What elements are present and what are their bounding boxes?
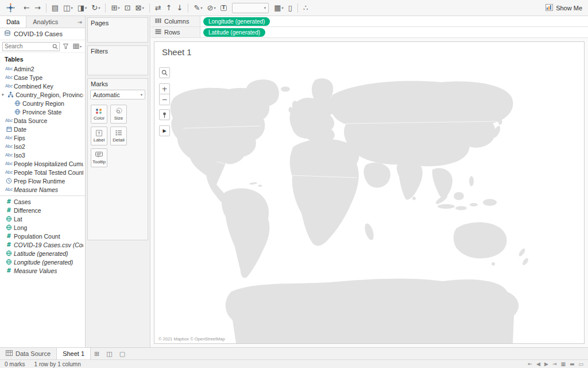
presentation-mode-icon[interactable]: ▯ [286, 2, 295, 14]
filters-shelf[interactable]: Filters [87, 45, 148, 75]
pill-longitude-generated[interactable]: Longitude (generated) [203, 17, 270, 26]
sheet-tabs-bar: Data Source Sheet 1 ⊞◫▢ [0, 347, 588, 359]
previous-sheet-icon[interactable]: ◀ [536, 361, 540, 367]
field-measure-names[interactable]: AbcMeasure Names [0, 185, 85, 194]
hash-icon: # [4, 198, 14, 205]
map-tools-expand-button[interactable]: ▶ [159, 125, 170, 136]
field-fips[interactable]: AbcFips [0, 133, 85, 142]
field-admin2[interactable]: AbcAdmin2 [0, 64, 85, 73]
field-combined-key[interactable]: AbcCombined Key [0, 82, 85, 90]
new-worksheet-button[interactable]: ⊞ [91, 348, 103, 359]
field-country-region[interactable]: Country Region [0, 99, 85, 108]
tab-analytics[interactable]: Analytics [26, 16, 64, 28]
color-icon [96, 108, 102, 114]
new-tab-buttons: ⊞◫▢ [91, 348, 129, 359]
last-sheet-icon[interactable]: ⇥ [552, 361, 557, 367]
fit-select[interactable]: ▾ [232, 3, 269, 13]
field-difference[interactable]: #Difference [0, 206, 85, 214]
new-dashboard-button[interactable]: ◫ [103, 348, 115, 359]
sheet-sorter-icon[interactable]: ▦ [560, 361, 566, 367]
clear-sheet-icon[interactable]: ⊠▾ [133, 2, 146, 14]
detail-button[interactable]: Detail [110, 126, 127, 145]
field-label: Measure Names [14, 186, 58, 193]
datasource-item[interactable]: COVID-19 Cases [0, 28, 85, 40]
pause-auto-updates-icon[interactable]: ◨▾ [75, 2, 90, 14]
mark-type-select[interactable]: Automatic ▾ [90, 90, 145, 99]
zoom-in-button[interactable]: + [159, 83, 170, 94]
rows-shelf-label: Rows [151, 27, 200, 37]
field-case-type[interactable]: AbcCase Type [0, 73, 85, 82]
field-longitude-generated[interactable]: Longitude (generated) [0, 258, 85, 266]
show-me-button[interactable]: Show Me [546, 4, 583, 12]
field-covid-19-cases-csv-cou[interactable]: #COVID-19 Cases.csv (Cou... [0, 240, 85, 249]
tooltip-button[interactable]: Tooltip [91, 148, 107, 167]
sort-descending-icon[interactable]: ↓ [174, 2, 185, 14]
field-date[interactable]: Date [0, 125, 85, 133]
view-options-icon[interactable]: ▾ [72, 43, 83, 49]
tab-sheet1[interactable]: Sheet 1 [56, 348, 91, 359]
pill-latitude-generated[interactable]: Latitude (generated) [203, 28, 265, 37]
field-data-source[interactable]: AbcData Source [0, 116, 85, 125]
expand-caret-icon[interactable]: ▾ [2, 93, 6, 97]
abc-icon: Abc [4, 75, 14, 80]
color-button[interactable]: Color [91, 105, 107, 124]
field-prep-flow-runtime[interactable]: Prep Flow Runtime [0, 177, 85, 185]
label-button[interactable]: TLabel [91, 126, 107, 145]
duplicate-sheet-icon[interactable]: ⊡ [122, 2, 133, 14]
swap-rows-columns-icon[interactable]: ⇄ [153, 2, 164, 14]
highlight-icon[interactable]: ✎▾ [191, 2, 204, 14]
field-latitude-generated[interactable]: Latitude (generated) [0, 249, 85, 258]
run-update-icon[interactable]: ↻▾ [89, 2, 102, 14]
map-search-button[interactable] [159, 67, 170, 78]
group-members-icon[interactable]: ⊘▾ [205, 2, 218, 14]
redo-icon[interactable]: → [32, 2, 43, 14]
show-tabs-icon[interactable]: ▭ [578, 361, 583, 367]
field-label: Difference [14, 207, 41, 214]
filter-fields-icon[interactable] [61, 43, 70, 49]
zoom-home-pin-button[interactable] [159, 109, 170, 120]
field-province-state[interactable]: Province State [0, 108, 85, 116]
tab-data[interactable]: Data [0, 16, 26, 28]
next-sheet-icon[interactable]: ▶ [544, 361, 548, 367]
field-label: Case Type [14, 74, 42, 81]
abc-icon: Abc [4, 152, 14, 158]
field-people-total-tested-count[interactable]: AbcPeople Total Tested Count [0, 168, 85, 177]
size-button[interactable]: Size [110, 105, 127, 124]
rows-shelf-row: Rows Latitude (generated) [151, 27, 588, 38]
map-view[interactable]: + − ▶ © 2021 Mapbox © OpenStreetMap [154, 63, 584, 343]
abc-icon: Abc [4, 144, 14, 149]
field-iso2[interactable]: AbcIso2 [0, 142, 85, 151]
collapse-pane-icon[interactable]: ⇥ [75, 16, 85, 28]
abc-icon: Abc [4, 187, 14, 192]
rows-icon [155, 29, 161, 36]
field-lat[interactable]: Lat [0, 214, 85, 223]
field-measure-values[interactable]: #Measure Values [0, 266, 85, 275]
field-country-region-province[interactable]: ▾Country_Region, Province... [0, 90, 85, 99]
tab-data-source[interactable]: Data Source [0, 348, 56, 359]
worksheet: Sheet 1 [154, 41, 585, 344]
marks-card: Marks Automatic ▾ ColorSizeTLabelDetailT… [87, 78, 148, 240]
field-cases[interactable]: #Cases [0, 197, 85, 206]
field-population-count[interactable]: #Population Count [0, 232, 85, 240]
save-icon[interactable]: ▤ [49, 2, 61, 14]
new-worksheet-icon[interactable]: ⊞▾ [109, 2, 122, 14]
share-workbook-icon[interactable]: ∴ [301, 2, 310, 14]
field-people-hospitalized-cumu[interactable]: AbcPeople Hospitalized Cumu... [0, 159, 85, 168]
search-input[interactable] [3, 43, 51, 49]
show-mark-labels-icon[interactable]: T [218, 2, 229, 14]
first-sheet-icon[interactable]: ⇤ [528, 361, 533, 367]
world-map[interactable] [154, 63, 584, 343]
pages-shelf[interactable]: Pages [87, 17, 148, 43]
field-iso3[interactable]: AbcIso3 [0, 151, 85, 159]
sort-ascending-icon[interactable]: ↑ [164, 2, 175, 14]
new-story-button[interactable]: ▢ [116, 348, 129, 359]
field-long[interactable]: Long [0, 223, 85, 232]
new-data-source-icon[interactable]: ◫▾ [61, 2, 75, 14]
zoom-out-button[interactable]: − [159, 94, 170, 105]
undo-icon[interactable]: ← [21, 2, 32, 14]
field-label: Iso3 [14, 152, 25, 159]
sheet-title[interactable]: Sheet 1 [154, 42, 584, 60]
tableau-logo[interactable] [5, 3, 17, 13]
filmstrip-icon[interactable]: ▬ [570, 361, 575, 367]
show-hide-cards-icon[interactable]: ▦▾ [272, 2, 286, 14]
